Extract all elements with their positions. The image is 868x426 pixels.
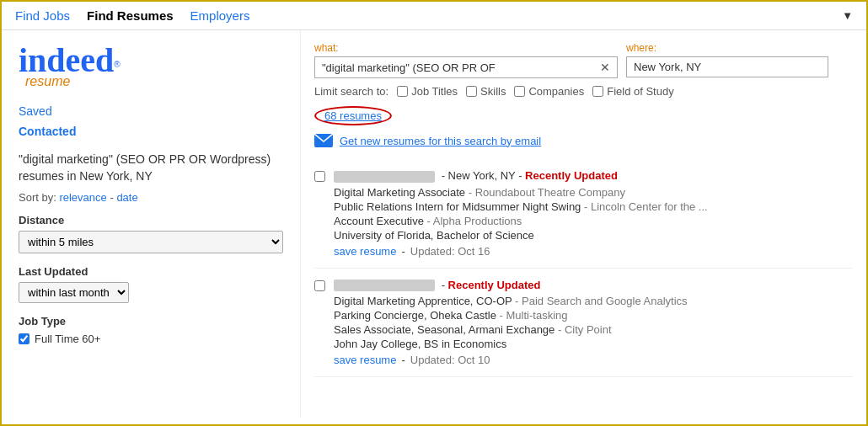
distance-select[interactable]: within 5 miles bbox=[19, 231, 283, 253]
resume-title-2b: Parking Concierge, Oheka Castle bbox=[334, 309, 496, 322]
full-time-checkbox[interactable] bbox=[19, 333, 29, 344]
search-description: "digital marketing" (SEO OR PR OR Wordpr… bbox=[19, 152, 283, 184]
resume-line-1b: Public Relations Intern for Midsummer Ni… bbox=[334, 200, 853, 213]
resume-name-blur-2 bbox=[334, 280, 435, 291]
companies-checkbox[interactable] bbox=[514, 86, 525, 97]
sort-relevance-link[interactable]: relevance bbox=[59, 191, 106, 204]
job-type-label: Job Type bbox=[19, 315, 283, 327]
logo-resume-text: resume bbox=[25, 74, 283, 89]
where-label: where: bbox=[626, 42, 828, 54]
full-time-row: Full Time 60+ bbox=[19, 333, 283, 345]
recently-updated-badge-2: Recently Updated bbox=[448, 279, 541, 291]
sort-label: Sort by: bbox=[19, 191, 56, 204]
resume-title-1c: Account Executive bbox=[334, 215, 424, 227]
resume-line-2a: Digital Marketing Apprentice, CO-OP - Pa… bbox=[334, 295, 853, 307]
job-type-filter: Job Type Full Time 60+ bbox=[19, 315, 283, 345]
sort-date-link[interactable]: date bbox=[116, 191, 137, 204]
email-alert-text: Get new resumes for this search by email bbox=[340, 135, 541, 147]
top-navigation: Find Jobs Find Resumes Employers ▼ bbox=[2, 2, 866, 30]
resume-company-1b: Lincoln Center for the ... bbox=[591, 200, 708, 213]
sort-row: Sort by: relevance - date bbox=[19, 191, 283, 204]
nav-find-jobs[interactable]: Find Jobs bbox=[15, 8, 70, 23]
main-layout: indeed® resume Saved Contacted "digital … bbox=[2, 30, 866, 418]
resume-content-2: - Recently Updated Digital Marketing App… bbox=[334, 279, 853, 367]
where-group: where: New York, NY bbox=[626, 42, 828, 77]
save-resume-link-2[interactable]: save resume bbox=[334, 354, 396, 366]
where-input-wrap[interactable]: New York, NY bbox=[626, 56, 828, 77]
resume-line-2c: Sales Associate, Seasonal, Armani Exchan… bbox=[334, 323, 853, 336]
skills-checkbox[interactable] bbox=[466, 86, 477, 97]
nav-employers[interactable]: Employers bbox=[190, 8, 250, 23]
where-input-text: New York, NY bbox=[634, 61, 821, 73]
resume-item: - New York, NY - Recently Updated Digita… bbox=[314, 159, 853, 269]
logo-indeed: indeed® bbox=[19, 44, 283, 77]
resume-company-2c: City Point bbox=[565, 323, 612, 336]
limit-row: Limit search to: Job Titles Skills Compa… bbox=[314, 85, 853, 98]
resume-title-1b: Public Relations Intern for Midsummer Ni… bbox=[334, 200, 581, 213]
email-alert-link[interactable]: Get new resumes for this search by email bbox=[314, 134, 853, 147]
updated-text-1: Updated: Oct 16 bbox=[410, 245, 490, 258]
resume-actions-2: save resume - Updated: Oct 10 bbox=[334, 354, 853, 366]
resume-content-1: - New York, NY - Recently Updated Digita… bbox=[334, 169, 853, 258]
resume-name-row-2: - Recently Updated bbox=[334, 279, 853, 292]
job-titles-label[interactable]: Job Titles bbox=[397, 85, 458, 98]
main-content: what: "digital marketing" (SEO OR PR OF … bbox=[301, 30, 866, 418]
logo-trademark: ® bbox=[114, 60, 120, 69]
resume-line-1a: Digital Marketing Associate - Roundabout… bbox=[334, 186, 853, 199]
field-of-study-checkbox[interactable] bbox=[592, 86, 603, 97]
email-icon bbox=[314, 134, 333, 147]
last-updated-select[interactable]: within last month bbox=[19, 282, 129, 303]
logo: indeed® resume bbox=[19, 44, 283, 89]
job-titles-checkbox[interactable] bbox=[397, 86, 408, 97]
resume-name-blur-1 bbox=[334, 171, 435, 183]
resume-line-2d: John Jay College, BS in Economics bbox=[334, 338, 853, 350]
resume-line-2b: Parking Concierge, Oheka Castle - Multi-… bbox=[334, 309, 853, 322]
full-time-label: Full Time 60+ bbox=[35, 333, 100, 345]
what-group: what: "digital marketing" (SEO OR PR OF … bbox=[314, 42, 618, 78]
resume-list: - New York, NY - Recently Updated Digita… bbox=[314, 159, 853, 377]
search-controls: what: "digital marketing" (SEO OR PR OF … bbox=[314, 42, 853, 98]
what-label: what: bbox=[314, 42, 618, 54]
resume-checkbox-1[interactable] bbox=[314, 171, 325, 182]
what-input-wrap[interactable]: "digital marketing" (SEO OR PR OF ✕ bbox=[314, 56, 618, 78]
distance-label: Distance bbox=[19, 214, 283, 226]
recently-updated-badge-1: Recently Updated bbox=[525, 169, 618, 182]
resume-company-1c: Alpha Productions bbox=[433, 215, 522, 227]
field-of-study-label[interactable]: Field of Study bbox=[592, 85, 674, 98]
resume-title-2c: Sales Associate, Seasonal, Armani Exchan… bbox=[334, 323, 555, 336]
resume-item-2: - Recently Updated Digital Marketing App… bbox=[314, 269, 853, 378]
resume-checkbox-2[interactable] bbox=[314, 280, 325, 291]
resume-title-1a: Digital Marketing Associate bbox=[334, 186, 465, 199]
sidebar-saved-link[interactable]: Saved bbox=[19, 104, 283, 118]
result-count[interactable]: 68 resumes bbox=[314, 106, 392, 125]
save-resume-link-1[interactable]: save resume bbox=[334, 245, 396, 258]
sidebar: indeed® resume Saved Contacted "digital … bbox=[2, 30, 301, 418]
nav-menu-dot: ▼ bbox=[842, 9, 853, 22]
resume-title-2a: Digital Marketing Apprentice, CO-OP bbox=[334, 295, 512, 307]
clear-what-button[interactable]: ✕ bbox=[600, 61, 610, 74]
companies-label[interactable]: Companies bbox=[514, 85, 584, 98]
resume-line-1c: Account Executive - Alpha Productions bbox=[334, 215, 853, 227]
nav-find-resumes[interactable]: Find Resumes bbox=[87, 8, 174, 23]
resume-name-row-1: - New York, NY - Recently Updated bbox=[334, 169, 853, 183]
last-updated-row: within last month bbox=[19, 282, 283, 303]
sidebar-contacted-link[interactable]: Contacted bbox=[19, 125, 283, 138]
resume-company-2b: Multi-tasking bbox=[506, 309, 568, 322]
skills-label[interactable]: Skills bbox=[466, 85, 506, 98]
resume-company-1a: Roundabout Theatre Company bbox=[475, 186, 625, 199]
resume-company-2a: Paid Search and Google Analytics bbox=[522, 295, 688, 307]
last-updated-filter: Last Updated within last month bbox=[19, 265, 283, 303]
result-count-wrap: 68 resumes bbox=[314, 106, 853, 125]
search-row: what: "digital marketing" (SEO OR PR OF … bbox=[314, 42, 853, 78]
distance-filter: Distance within 5 miles bbox=[19, 214, 283, 253]
resume-line-1d: University of Florida, Bachelor of Scien… bbox=[334, 229, 853, 242]
resume-actions-1: save resume - Updated: Oct 16 bbox=[334, 245, 853, 258]
limit-label: Limit search to: bbox=[314, 85, 388, 98]
last-updated-label: Last Updated bbox=[19, 265, 283, 278]
updated-text-2: Updated: Oct 10 bbox=[410, 354, 490, 366]
what-input-text: "digital marketing" (SEO OR PR OF bbox=[322, 61, 595, 74]
resume-location-1: - New York, NY - bbox=[442, 169, 525, 182]
